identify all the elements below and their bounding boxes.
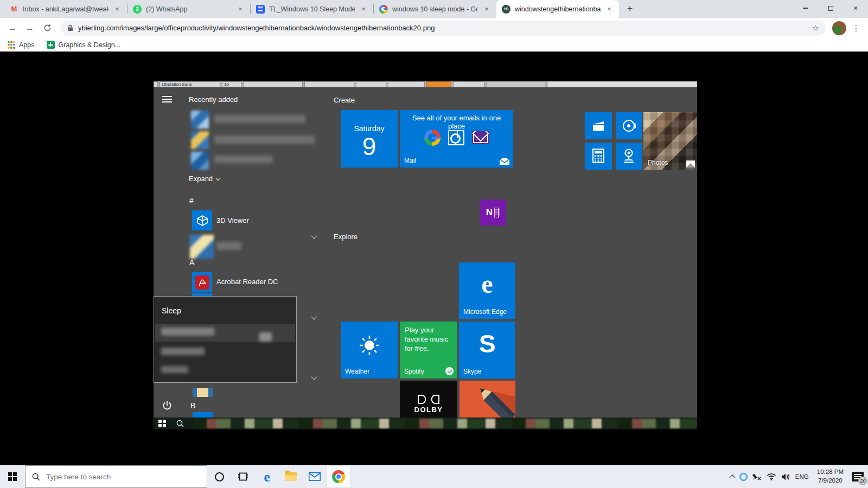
close-icon[interactable]: × xyxy=(605,5,614,14)
tab-document[interactable]: TL_Windows 10 Sleep Mode Not × xyxy=(251,0,373,18)
meet-now-icon[interactable] xyxy=(739,473,748,481)
system-tray: ENG 10:28 PM 7/9/2020 20 xyxy=(730,468,868,485)
edge-tile-label: Microsoft Edge xyxy=(463,308,507,316)
blurred-app-name xyxy=(214,115,305,123)
mail-button[interactable] xyxy=(303,465,327,488)
recently-added-heading: Recently added xyxy=(189,95,238,104)
tab-title: windowstengethibernationback2 xyxy=(515,5,601,13)
power-icon xyxy=(162,400,173,411)
blurred-menu-item xyxy=(161,366,188,373)
document-icon xyxy=(256,5,265,14)
cortana-icon xyxy=(215,472,224,481)
date-text: 7/9/2020 xyxy=(818,477,843,484)
search-icon xyxy=(176,420,184,427)
tile-weather: Weather xyxy=(341,322,398,378)
browser-menu-icon[interactable]: ⋮ xyxy=(850,23,863,33)
tab-active-image[interactable]: YB windowstengethibernationback2 × xyxy=(496,0,619,18)
tab-gmail[interactable]: M Inbox - ankit.agarwal@tweaking × xyxy=(4,0,127,18)
wifi-icon[interactable] xyxy=(767,473,776,480)
window-maximize-button[interactable] xyxy=(818,0,843,16)
window-close-button[interactable]: × xyxy=(843,0,868,16)
weather-tile-label: Weather xyxy=(345,368,369,375)
taskbar-clock[interactable]: 10:28 PM 7/9/2020 xyxy=(814,468,847,485)
search-input[interactable] xyxy=(46,473,182,481)
expand-toggle: Expand xyxy=(189,175,220,183)
font-size-box: 10 xyxy=(222,81,241,87)
tile-dolby: DOLBY xyxy=(400,381,457,418)
lock-icon xyxy=(67,24,73,31)
start-button[interactable] xyxy=(0,465,25,488)
tile-skype: S Skype xyxy=(459,322,515,378)
edge-icon: e xyxy=(264,470,270,484)
task-view-icon xyxy=(238,472,248,481)
bookmark-label: Graphics & Design... xyxy=(59,41,121,49)
whatsapp-icon: 2 xyxy=(133,5,142,14)
group-create-label: Create xyxy=(334,96,355,104)
chevron-down-icon xyxy=(216,176,220,181)
blurred-menu-item xyxy=(161,348,205,355)
reload-button[interactable] xyxy=(40,21,54,35)
music-disc-icon xyxy=(621,118,636,133)
edge-logo: e xyxy=(459,269,515,299)
blurred-app-name xyxy=(214,156,273,163)
address-bar[interactable]: ybierling.com/images/large/officeproduct… xyxy=(61,21,826,36)
onenote-lines-icon xyxy=(494,208,500,217)
bookmark-star-icon[interactable]: ☆ xyxy=(812,23,819,33)
tab-title: TL_Windows 10 Sleep Mode Not xyxy=(269,5,355,13)
language-indicator[interactable]: ENG xyxy=(795,473,809,480)
blurred-menu-item xyxy=(259,332,272,342)
browser-toolbar: ← → ybierling.com/images/large/officepro… xyxy=(0,18,868,38)
mail-envelope-icon xyxy=(500,158,509,165)
window-minimize-button[interactable] xyxy=(793,0,818,16)
cortana-button[interactable] xyxy=(207,465,231,488)
calendar-date: 9 xyxy=(341,133,398,160)
hamburger-icon xyxy=(162,96,172,102)
3d-viewer-icon xyxy=(192,210,212,230)
tile-edge: e Microsoft Edge xyxy=(459,262,515,319)
tab-title: Inbox - ankit.agarwal@tweaking xyxy=(23,5,108,13)
blurred-app-icon xyxy=(191,131,209,149)
search-icon xyxy=(32,473,40,481)
dolby-icon xyxy=(418,395,439,404)
tray-expand-icon[interactable] xyxy=(729,474,735,480)
taskbar-search-box[interactable] xyxy=(25,465,207,488)
edge-button[interactable]: e xyxy=(255,465,279,488)
envelope-icon xyxy=(472,131,489,144)
tile-maps xyxy=(616,143,642,170)
bookmark-apps[interactable]: Apps xyxy=(8,41,35,49)
windows-logo-icon xyxy=(8,472,17,481)
bookmarks-bar: Apps Graphics & Design... xyxy=(0,38,868,52)
close-icon[interactable]: × xyxy=(359,5,368,14)
close-icon[interactable]: × xyxy=(236,5,245,14)
pen-input-icon[interactable] xyxy=(752,473,762,481)
gmail-icon: M xyxy=(10,5,18,14)
close-icon[interactable]: × xyxy=(482,5,491,14)
start-icon xyxy=(158,420,166,427)
mail-tile-label: Mail xyxy=(404,157,416,164)
tab-google-search[interactable]: windows 10 sleep mode - Google × xyxy=(374,0,496,18)
font-name-box: Liberation Sans xyxy=(159,81,220,87)
action-center-button[interactable]: 20 xyxy=(852,472,864,481)
acrobat-reader-icon xyxy=(192,272,212,292)
tile-mail: See all of your emails in one place Mail xyxy=(400,110,513,168)
profile-avatar[interactable] xyxy=(832,21,846,35)
new-tab-button[interactable]: + xyxy=(622,1,637,16)
back-button[interactable]: ← xyxy=(5,21,20,35)
bookmark-graphics-design[interactable]: Graphics & Design... xyxy=(47,41,121,49)
close-icon[interactable]: × xyxy=(113,5,122,14)
volume-icon[interactable] xyxy=(781,473,790,481)
chevron-down-icon xyxy=(311,313,317,319)
skype-logo: S xyxy=(459,329,515,358)
blurred-app-name xyxy=(216,242,241,250)
window-controls: × xyxy=(793,0,868,16)
tab-whatsapp[interactable]: 2 (2) WhatsApp × xyxy=(127,0,250,18)
app-acrobat-label: Acrobat Reader DC xyxy=(216,278,278,286)
tile-groove-music xyxy=(616,112,642,139)
chrome-button[interactable] xyxy=(327,465,350,488)
task-view-button[interactable] xyxy=(231,465,255,488)
mail-tile-headline: See all of your emails in one place xyxy=(400,110,513,130)
mail-icon xyxy=(309,472,321,481)
forward-button[interactable]: → xyxy=(23,21,37,35)
file-explorer-button[interactable] xyxy=(279,465,303,488)
chevron-down-icon xyxy=(311,233,317,239)
